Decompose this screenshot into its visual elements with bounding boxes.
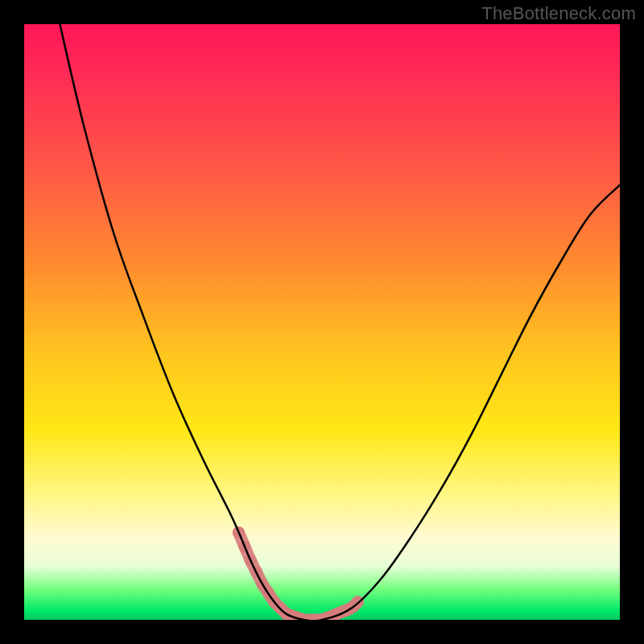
- plot-area: [24, 24, 620, 620]
- attribution-label: TheBottleneck.com: [481, 3, 636, 24]
- curve-layer: [60, 24, 620, 620]
- bottleneck-curve: [60, 24, 620, 620]
- figure-root: TheBottleneck.com: [0, 0, 644, 644]
- curve-svg: [24, 24, 620, 620]
- highlight-layer: [233, 526, 364, 620]
